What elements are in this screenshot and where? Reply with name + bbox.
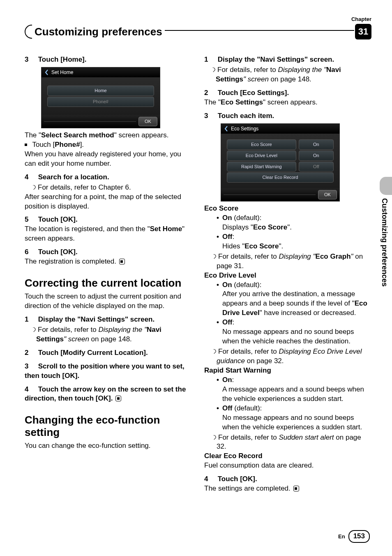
- eco-off: Off:: [204, 232, 371, 242]
- step-title: Touch [Modify Current Location].: [38, 349, 148, 357]
- text: on page 148.: [269, 75, 311, 83]
- text-bold: Off: [222, 318, 233, 326]
- note-home: When you have already registered your ho…: [25, 150, 192, 169]
- ref-arrow-icon: [211, 348, 218, 355]
- eco-drive-level-button[interactable]: Eco Drive Level: [227, 151, 296, 161]
- eco-score-heading: Eco Score: [204, 204, 371, 213]
- text-bold: Phone#: [55, 141, 80, 148]
- text: ".: [279, 242, 283, 250]
- text-bold: Eco Score: [244, 242, 279, 250]
- edl-off: Off:: [204, 318, 371, 327]
- phone-button[interactable]: Phone#: [47, 97, 154, 107]
- edl-ref: For details, refer to Displaying Eco Dri…: [204, 347, 371, 366]
- text: on page 148.: [89, 335, 132, 343]
- end-mark-icon: [115, 396, 121, 401]
- step-4: 4 Search for a location.: [25, 173, 192, 182]
- text: After you arrive the destination, a mess…: [222, 290, 355, 307]
- edl-on: On (default):: [204, 280, 371, 290]
- end-mark-icon: [293, 486, 299, 491]
- step5-body: The location is registered, and then the…: [25, 225, 192, 243]
- step-title: Display the "Navi Settings" screen.: [38, 315, 155, 323]
- step-title: Touch each item.: [218, 112, 274, 120]
- step-number: 1: [204, 55, 216, 65]
- eco-score-button[interactable]: Eco Score: [227, 139, 296, 150]
- text-bold: On: [222, 214, 232, 222]
- step-title: Scroll to the position where you want to…: [25, 362, 184, 380]
- home-button[interactable]: Home: [47, 86, 154, 96]
- ok-button[interactable]: OK: [318, 190, 337, 199]
- step-5: 5 Touch [OK].: [25, 215, 192, 225]
- step-number: 4: [204, 475, 216, 484]
- section-correcting-location: Correcting the current location: [25, 277, 192, 290]
- rapid-start-warning-value[interactable]: Off: [299, 162, 334, 172]
- edl-off-body: No message appears and no sound beeps wh…: [204, 327, 371, 346]
- text: For details, refer to: [218, 253, 279, 260]
- rapid-start-warning-button[interactable]: Rapid Start Warning: [227, 162, 296, 172]
- text-italic: Displaying the ": [98, 326, 147, 334]
- step-number: 4: [25, 385, 36, 394]
- r-step4-body: The settings are completed.: [204, 484, 371, 493]
- text: For details, refer to Chapter 6.: [38, 183, 131, 191]
- r-step-2: 2 Touch [Eco Settings].: [204, 88, 371, 98]
- eco-ref: For details, refer to Displaying "Eco Gr…: [204, 252, 371, 271]
- r-step1-ref: For details, refer to Displaying the "Na…: [204, 65, 371, 84]
- text-bold: Set Home: [150, 225, 182, 233]
- step-number: 2: [25, 348, 36, 358]
- ref-arrow-icon: [210, 66, 217, 74]
- page-title: Customizing preferences: [32, 25, 165, 39]
- text: The ": [204, 98, 221, 106]
- step-title: Touch the arrow key on the screen to set…: [25, 385, 186, 403]
- step-title: Touch [OK].: [38, 215, 78, 223]
- step-number: 3: [25, 55, 36, 65]
- step-number: 5: [25, 215, 36, 225]
- text: (default):: [232, 281, 262, 289]
- ref-arrow-icon: [30, 326, 38, 334]
- text: Displays ": [222, 223, 253, 231]
- rsw-ref: For details, refer to Sudden start alert…: [204, 433, 371, 452]
- shot-header: Set Home: [42, 67, 160, 77]
- shot-title: Eco Settings: [231, 125, 258, 132]
- text: Touch [: [32, 141, 55, 148]
- ref-chapter6: For details, refer to Chapter 6.: [25, 183, 192, 192]
- shot-divider: [44, 121, 136, 122]
- page-number: 153: [348, 530, 370, 543]
- r-step-4: 4 Touch [OK].: [204, 475, 371, 484]
- shot-body: Home Phone#: [42, 77, 160, 115]
- h2a-body: Touch the screen to adjust the current p…: [25, 292, 192, 311]
- c-step-3: 3 Scroll to the position where you want …: [25, 362, 192, 381]
- text-bold: On: [222, 376, 232, 384]
- step-number: 2: [204, 88, 216, 98]
- text-italic: " screen: [243, 75, 269, 83]
- eco-score-value[interactable]: On: [299, 139, 334, 150]
- text-italic: " screen: [64, 335, 89, 343]
- clear-eco-record-button[interactable]: Clear Eco Record: [227, 172, 334, 183]
- r-step-1: 1 Display the "Navi Settings" screen.: [204, 55, 371, 65]
- text: :: [233, 233, 235, 241]
- end-mark-icon: [119, 259, 125, 264]
- text: on page 32.: [245, 357, 284, 365]
- step-number: 1: [25, 315, 36, 324]
- back-icon: [45, 70, 49, 75]
- chapter-label: Chapter: [351, 16, 371, 23]
- text: Hides ": [222, 242, 244, 250]
- cer-body: Fuel consumption data are cleared.: [204, 461, 371, 470]
- eco-drive-level-value[interactable]: On: [299, 151, 334, 161]
- eco-settings-screenshot: Eco Settings Eco ScoreOn Eco Drive Level…: [221, 123, 340, 202]
- text: " screen appears.: [263, 98, 318, 106]
- side-notch: [380, 177, 392, 195]
- rsw-on-body: A message appears and a sound beeps when…: [204, 385, 371, 404]
- text: The registration is completed.: [25, 257, 116, 265]
- step4-body: After searching for a point, the map of …: [25, 192, 192, 211]
- ok-button[interactable]: OK: [138, 117, 157, 126]
- text: For details, refer to: [38, 326, 98, 334]
- footer-lang: En: [338, 533, 345, 540]
- edl-heading: Eco Drive Level: [204, 271, 371, 280]
- step6-body: The registration is completed.: [25, 257, 192, 266]
- text: " have increased or decreased.: [260, 309, 356, 317]
- text-bold: Eco Score: [253, 223, 287, 231]
- step-title: Touch [Home].: [38, 56, 87, 63]
- text: The ": [25, 131, 41, 139]
- step-number: 6: [25, 248, 36, 257]
- step-title: Touch [Eco Settings].: [218, 89, 289, 97]
- header-bar: Customizing preferences 31: [25, 24, 371, 39]
